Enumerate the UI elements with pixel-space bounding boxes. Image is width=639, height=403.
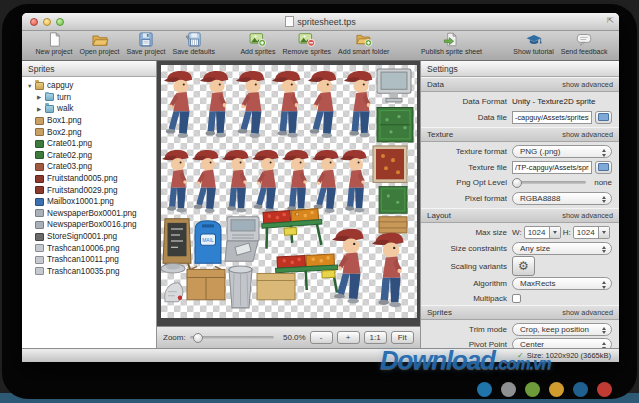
size-constraints-dropdown[interactable]: Any size [512,242,612,255]
texture-file-browse-button[interactable] [595,161,612,174]
disclosure-triangle-icon[interactable]: ▶ [37,106,45,112]
tree-item-turn[interactable]: ▶ turn [22,92,156,104]
spritesheet-checkerboard: MAIL [161,65,417,318]
disclosure-triangle-icon[interactable]: ▶ [37,94,45,100]
zoom-slider-thumb[interactable] [193,333,203,343]
zoom-one-to-one-button[interactable]: 1:1 [364,331,387,344]
texture-format-row: Texture format PNG (.png) [421,144,619,160]
size-constraints-row: Size constraints Any size [421,241,619,257]
tree-item-crate01[interactable]: Crate01.png [22,138,156,150]
tree-item-label: Crate02.png [47,151,92,160]
section-layout: Layout show advanced [421,208,619,223]
toolbar: New project Open project Save project [22,31,619,61]
sprite-thumb-icon [35,233,44,241]
add-sprites-button[interactable]: Add sprites [240,32,275,56]
tree-item-capguy[interactable]: ▼ capguy [22,80,156,92]
zoom-in-button[interactable]: + [337,331,360,344]
tree-item-trashcan10006[interactable]: Trashcan10006.png [22,242,156,254]
dropdown-arrows-icon [602,342,606,348]
tree-item-box2[interactable]: Box2.png [22,126,156,138]
zoom-out-button[interactable]: - [310,331,333,344]
tree-item-label: Crate01.png [47,139,92,148]
tree-item-label: Fruitstand0029.png [47,186,118,195]
show-advanced-link[interactable]: show advanced [562,130,613,139]
sprite-thumb-icon [35,140,44,148]
tree-item-fruitstand0005[interactable]: Fruitstand0005.png [22,173,156,185]
tree-item-label: Box1.png [47,116,82,125]
send-feedback-button[interactable]: Send feedback [561,32,608,56]
show-advanced-link[interactable]: show advanced [562,211,613,220]
watermark-dot [597,382,612,397]
close-window-button[interactable] [30,18,38,26]
save-defaults-button[interactable]: Save defaults [172,32,214,56]
zoom-slider[interactable] [190,336,274,339]
new-document-icon [45,32,63,47]
trim-mode-dropdown[interactable]: Crop, keep position [512,323,612,336]
sprites-sidebar: Sprites ▼ capguy ▶ turn ▶ walk [22,61,157,348]
tree-item-label: Crate03.png [47,162,92,171]
multipack-checkbox[interactable] [512,294,521,303]
tree-item-trashcan10035[interactable]: Trashcan10035.png [22,266,156,278]
show-advanced-link[interactable]: show advanced [562,80,613,89]
section-texture: Texture show advanced [421,127,619,142]
sprite-thumb-icon [35,175,44,183]
combo-arrow-icon[interactable] [598,227,609,238]
sprite-thumb-icon [35,151,44,159]
tree-item-trashcan10011[interactable]: Trashcan10011.png [22,254,156,266]
save-project-button[interactable]: Save project [127,32,166,56]
texture-file-input[interactable] [512,161,592,174]
png-opt-slider[interactable] [512,181,586,184]
resize-corner-icon[interactable]: ⇱ [607,16,614,25]
tree-item-box1[interactable]: Box1.png [22,115,156,127]
spritesheet-preview[interactable]: MAIL [157,61,420,326]
speech-bubble-icon [574,32,594,47]
pixel-format-dropdown[interactable]: RGBA8888 [512,192,612,205]
data-format-value: Unity - Texture2D sprite [512,97,595,106]
png-opt-slider-thumb[interactable] [512,178,522,188]
save-icon [137,32,155,47]
tree-item-mailbox10001[interactable]: Mailbox10001.png [22,196,156,208]
remove-sprites-button[interactable]: Remove sprites [282,32,331,56]
sprite-thumb-icon [35,256,44,264]
max-width-combo[interactable]: 1024 [524,226,561,239]
tree-item-newspaperbox0001[interactable]: NewspaperBox0001.png [22,208,156,220]
trash-can-sprite [229,266,252,308]
data-file-input[interactable] [512,111,592,124]
window-title-text: spritesheet.tps [297,17,356,27]
show-advanced-link[interactable]: show advanced [562,308,613,317]
zoom-fit-button[interactable]: Fit [391,331,414,344]
show-tutorial-button[interactable]: Show tutorial [513,32,553,56]
tree-item-crate03[interactable]: Crate03.png [22,161,156,173]
mailbox-sprite: MAIL [195,221,221,264]
combo-arrow-icon[interactable] [549,227,560,238]
add-smart-folder-button[interactable]: Add smart folder [338,32,389,56]
disclosure-triangle-icon[interactable]: ▼ [27,83,35,89]
remove-image-icon [297,32,317,47]
tree-item-storesign0001[interactable]: StoreSign0001.png [22,231,156,243]
tree-item-newspaperbox0016[interactable]: NewspaperBox0016.png [22,219,156,231]
zoom-window-button[interactable] [56,18,64,26]
titlebar[interactable]: spritesheet.tps ⇱ [22,13,619,31]
svg-text:MAIL: MAIL [202,237,214,243]
section-data: Data show advanced [421,77,619,92]
minimize-window-button[interactable] [43,18,51,26]
max-height-combo[interactable]: 1024 [573,226,610,239]
watermark-dot [525,382,540,397]
watermark-dot [477,382,492,397]
tree-item-fruitstand0029[interactable]: Fruitstand0029.png [22,184,156,196]
green-crate-small-sprite [379,186,407,213]
texture-format-dropdown[interactable]: PNG (.png) [512,145,612,158]
new-project-button[interactable]: New project [36,32,73,56]
scaling-variants-gear-button[interactable] [512,256,535,276]
data-file-browse-button[interactable] [595,111,612,124]
green-crate-sprite [377,108,413,142]
trim-mode-row: Trim mode Crop, keep position [421,322,619,338]
tree-item-walk[interactable]: ▶ walk [22,103,156,115]
canvas-column: MAIL [157,61,421,348]
algorithm-dropdown[interactable]: MaxRects [512,277,612,290]
tree-item-crate02[interactable]: Crate02.png [22,150,156,162]
open-project-button[interactable]: Open project [79,32,119,56]
publish-sprite-sheet-button[interactable]: Publish sprite sheet [421,32,482,56]
algorithm-row: Algorithm MaxRects [421,276,619,292]
watermark-dot [549,382,564,397]
